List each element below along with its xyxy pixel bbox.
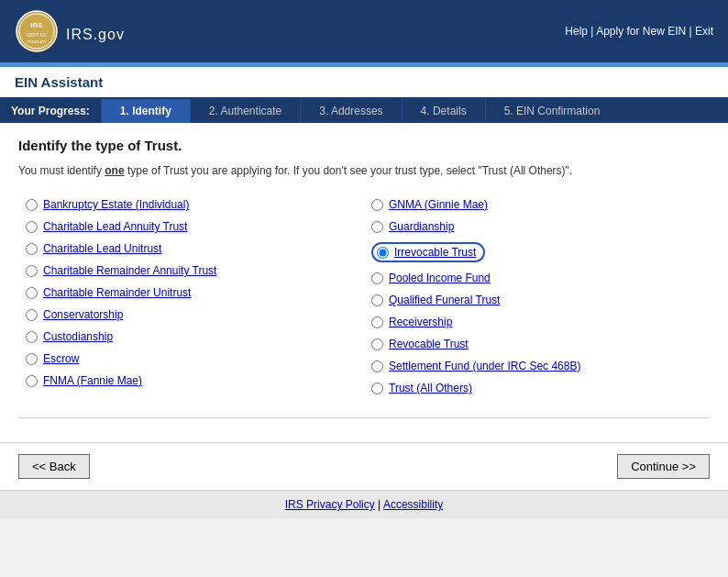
label-guardianship[interactable]: Guardianship (389, 220, 454, 233)
label-gnma[interactable]: GNMA (Ginnie Mae) (389, 198, 488, 211)
progress-step-1: 1. Identify (101, 99, 190, 123)
radio-settlement-fund[interactable] (371, 361, 383, 372)
option-gnma: GNMA (Ginnie Mae) (364, 194, 710, 216)
svg-point-0 (17, 11, 57, 51)
progress-bar: Your Progress: 1. Identify 2. Authentica… (0, 99, 728, 123)
option-custodianship: Custodianship (18, 326, 364, 348)
label-charitable-remainder-unitrust[interactable]: Charitable Remainder Unitrust (43, 286, 191, 299)
progress-label: Your Progress: (0, 99, 101, 123)
apply-ein-link[interactable]: Apply for New EIN (596, 25, 686, 38)
label-trust-all-others[interactable]: Trust (All Others) (389, 382, 472, 394)
page-title: EIN Assistant (15, 74, 713, 90)
option-charitable-remainder-annuity: Charitable Remainder Annuity Trust (18, 260, 364, 282)
option-receivership: Receivership (364, 311, 710, 333)
option-charitable-remainder-unitrust: Charitable Remainder Unitrust (18, 282, 364, 304)
label-custodianship[interactable]: Custodianship (43, 330, 113, 343)
svg-text:DEPT OF: DEPT OF (27, 32, 47, 38)
intro-text: You must identify one type of Trust you … (18, 162, 710, 179)
option-revocable: Revocable Trust (364, 333, 710, 355)
label-pooled-income[interactable]: Pooled Income Fund (389, 272, 491, 284)
continue-button[interactable]: Continue >> (617, 454, 710, 479)
logo-area: IRS DEPT OF TREASURY IRS.gov (15, 9, 125, 53)
svg-text:TREASURY: TREASURY (27, 39, 47, 44)
radio-guardianship[interactable] (371, 221, 383, 233)
progress-step-5: 5. EIN Confirmation (485, 99, 619, 123)
radio-irrevocable[interactable] (377, 247, 389, 259)
page-title-bar: EIN Assistant (0, 67, 728, 99)
radio-conservatorship[interactable] (26, 309, 38, 321)
radio-pooled-income[interactable] (371, 272, 383, 284)
option-irrevocable: Irrevocable Trust (364, 238, 710, 267)
main-container: EIN Assistant Your Progress: 1. Identify… (0, 67, 728, 490)
option-trust-all-others: Trust (All Others) (364, 377, 710, 399)
radio-charitable-lead-unitrust[interactable] (26, 243, 38, 255)
content-area: Identify the type of Trust. You must ide… (0, 123, 728, 442)
progress-step-3: 3. Addresses (300, 99, 401, 123)
label-revocable[interactable]: Revocable Trust (389, 338, 469, 350)
button-bar: << Back Continue >> (0, 442, 728, 490)
accessibility-link[interactable]: Accessibility (383, 498, 443, 511)
irrevocable-highlight: Irrevocable Trust (371, 242, 485, 262)
divider (18, 417, 710, 418)
option-pooled-income: Pooled Income Fund (364, 267, 710, 289)
radio-trust-all-others[interactable] (371, 383, 383, 394)
radio-receivership[interactable] (371, 316, 383, 328)
irs-seal-icon: IRS DEPT OF TREASURY (15, 9, 59, 53)
radio-charitable-remainder-annuity[interactable] (26, 265, 38, 277)
label-receivership[interactable]: Receivership (389, 316, 452, 328)
options-grid: Bankruptcy Estate (Individual) Charitabl… (18, 194, 710, 399)
privacy-policy-link[interactable]: IRS Privacy Policy (285, 498, 375, 511)
label-irrevocable[interactable]: Irrevocable Trust (394, 246, 476, 259)
logo-gov: .gov (94, 27, 125, 42)
exit-link[interactable]: Exit (695, 25, 713, 38)
label-fnma[interactable]: FNMA (Fannie Mae) (43, 374, 142, 387)
radio-bankruptcy[interactable] (26, 199, 38, 211)
radio-charitable-remainder-unitrust[interactable] (26, 287, 38, 299)
back-button[interactable]: << Back (18, 454, 90, 479)
label-settlement-fund[interactable]: Settlement Fund (under IRC Sec 468B) (389, 360, 580, 372)
radio-fnma[interactable] (26, 375, 38, 387)
option-bankruptcy: Bankruptcy Estate (Individual) (18, 194, 364, 216)
option-guardianship: Guardianship (364, 216, 710, 238)
logo-text: IRS.gov (66, 17, 125, 46)
help-link[interactable]: Help (565, 25, 588, 38)
label-qualified-funeral[interactable]: Qualified Funeral Trust (389, 294, 500, 306)
option-conservatorship: Conservatorship (18, 304, 364, 326)
svg-text:IRS: IRS (30, 21, 43, 29)
option-charitable-lead-annuity: Charitable Lead Annuity Trust (18, 216, 364, 238)
label-conservatorship[interactable]: Conservatorship (43, 308, 123, 321)
radio-charitable-lead-annuity[interactable] (26, 221, 38, 233)
label-charitable-remainder-annuity[interactable]: Charitable Remainder Annuity Trust (43, 264, 216, 277)
radio-custodianship[interactable] (26, 331, 38, 343)
option-settlement-fund: Settlement Fund (under IRC Sec 468B) (364, 355, 710, 377)
options-left-col: Bankruptcy Estate (Individual) Charitabl… (18, 194, 364, 399)
logo-irs: IRS (66, 27, 94, 42)
radio-gnma[interactable] (371, 199, 383, 211)
label-bankruptcy[interactable]: Bankruptcy Estate (Individual) (43, 198, 189, 211)
label-escrow[interactable]: Escrow (43, 352, 79, 365)
radio-qualified-funeral[interactable] (371, 294, 383, 306)
option-charitable-lead-unitrust: Charitable Lead Unitrust (18, 238, 364, 260)
option-fnma: FNMA (Fannie Mae) (18, 370, 364, 392)
options-right-col: GNMA (Ginnie Mae) Guardianship Irrevocab… (364, 194, 710, 399)
header-links: Help | Apply for New EIN | Exit (565, 25, 713, 38)
progress-step-2: 2. Authenticate (190, 99, 300, 123)
footer: IRS Privacy Policy | Accessibility (0, 490, 728, 518)
progress-step-4: 4. Details (402, 99, 485, 123)
radio-escrow[interactable] (26, 353, 38, 365)
radio-revocable[interactable] (371, 338, 383, 350)
label-charitable-lead-unitrust[interactable]: Charitable Lead Unitrust (43, 242, 161, 255)
option-qualified-funeral: Qualified Funeral Trust (364, 289, 710, 311)
option-escrow: Escrow (18, 348, 364, 370)
label-charitable-lead-annuity[interactable]: Charitable Lead Annuity Trust (43, 220, 187, 233)
section-heading: Identify the type of Trust. (18, 138, 710, 153)
header: IRS DEPT OF TREASURY IRS.gov Help | Appl… (0, 0, 728, 62)
